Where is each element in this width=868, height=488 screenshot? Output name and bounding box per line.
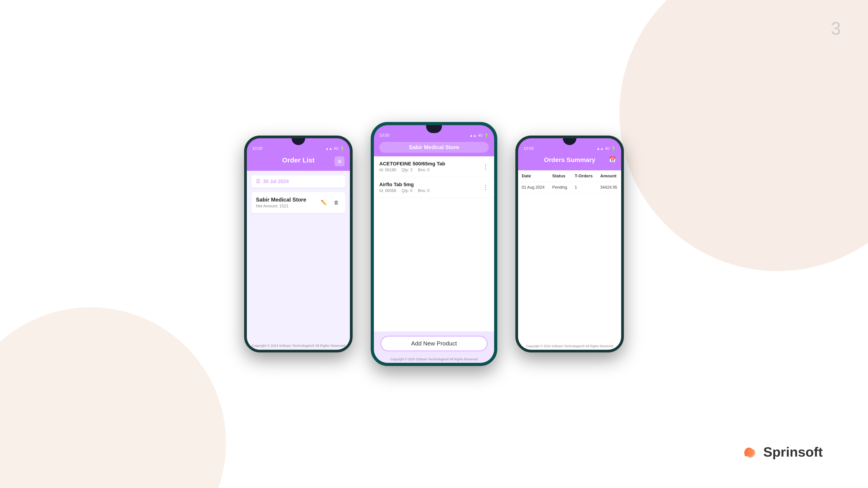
add-product-area: Add New Product	[374, 331, 494, 356]
product-item: Airflo Tab 5mg Id: 06068 Qty: 5 Bns: 0 ⋮	[374, 177, 494, 198]
phone-product-list: 10:00 ▲▲ 4G 🔋 Sabir Medical Store ACETOF…	[371, 122, 497, 366]
product-menu-icon[interactable]: ⋮	[483, 184, 489, 191]
product-info: ACETOFEINE 500/65mg Tab Id: 06180 Qty: 2…	[379, 161, 445, 172]
col-torders: T-Orders	[571, 170, 597, 182]
calendar-icon[interactable]: 📅	[609, 156, 616, 163]
order-card-actions: ✏️ 🗑	[319, 198, 341, 207]
summary-thead: Date Status T-Orders Amount	[518, 170, 621, 182]
product-info: Airflo Tab 5mg Id: 06068 Qty: 5 Bns: 0	[379, 182, 430, 193]
page-number: 3	[831, 18, 841, 39]
phone2-copyright: Copyright © 2024 Softsam Technologies® A…	[374, 356, 494, 363]
bg-decoration-left	[0, 307, 226, 488]
phone2-status-icons: ▲▲ 4G 🔋	[469, 133, 489, 138]
order-name: Sabir Medical Store	[256, 197, 306, 203]
col-status: Status	[549, 170, 571, 182]
logo-text: Sprinsoft	[763, 444, 823, 460]
sprinsoft-logo-icon	[741, 443, 759, 461]
date-filter-text: 30 Jul 2024	[263, 178, 289, 184]
col-date: Date	[518, 170, 549, 182]
phone3-screen: Orders Summary 📅 Date Status T-Orders Am…	[518, 153, 621, 350]
product-id: Id: 06068	[379, 188, 396, 193]
add-new-product-button[interactable]: Add New Product	[381, 336, 487, 351]
summary-table: Date Status T-Orders Amount 01 Aug 2024 …	[518, 170, 621, 193]
table-header-row: Date Status T-Orders Amount	[518, 170, 621, 182]
product-menu-icon[interactable]: ⋮	[483, 163, 489, 170]
row-torders: 1	[571, 182, 597, 193]
product-name: ACETOFEINE 500/65mg Tab	[379, 161, 445, 167]
bg-decoration-right	[619, 0, 868, 271]
summary-body: Date Status T-Orders Amount 01 Aug 2024 …	[518, 170, 621, 343]
product-bns: Bns: 0	[418, 188, 430, 193]
phone-orders-summary: 10:00 ▲▲ 4G 🔋 Orders Summary 📅 Date	[515, 135, 624, 352]
product-list: ACETOFEINE 500/65mg Tab Id: 06180 Qty: 2…	[374, 156, 494, 244]
phones-container: 10:00 ▲▲ 4G 🔋 Order List ⊞ ☰ 30 Jul 2	[244, 122, 624, 366]
store-name-button[interactable]: Sabir Medical Store	[379, 142, 489, 153]
product-item: ACETOFEINE 500/65mg Tab Id: 06180 Qty: 2…	[374, 156, 494, 177]
phone1-header-icon[interactable]: ⊞	[335, 156, 344, 166]
product-meta: Id: 06068 Qty: 5 Bns: 0	[379, 188, 430, 193]
phone3-copyright: Copyright © 2024 Softsam Technologies® A…	[518, 343, 621, 350]
phone3-time: 10:00	[524, 146, 534, 151]
phone1-header: Order List ⊞	[247, 153, 350, 171]
row-date: 01 Aug 2024	[518, 182, 549, 193]
product-meta: Id: 06180 Qty: 2 Bns: 0	[379, 168, 445, 172]
phone3-status-icons: ▲▲ 4G 🔋	[596, 147, 616, 151]
empty-space	[374, 244, 494, 332]
phone2-header: Sabir Medical Store	[374, 140, 494, 156]
product-qty: Qty: 5	[402, 188, 412, 193]
phone1-time: 10:00	[252, 146, 262, 151]
delete-button[interactable]: 🗑	[332, 198, 341, 207]
product-qty: Qty: 2	[402, 168, 412, 172]
row-status: Pending	[549, 182, 571, 193]
phone1-copyright: Copyright © 2024 Softsam Technologies® A…	[247, 341, 350, 350]
order-card-info: Sabir Medical Store Net Amount: 1521	[256, 197, 306, 208]
order-amount: Net Amount: 1521	[256, 204, 306, 208]
table-row: 01 Aug 2024 Pending 1 34424.95	[518, 182, 621, 193]
filter-icon: ☰	[256, 178, 260, 184]
product-bns: Bns: 0	[418, 168, 430, 172]
phone2-screen: Sabir Medical Store ACETOFEINE 500/65mg …	[374, 140, 494, 363]
order-card: Sabir Medical Store Net Amount: 1521 ✏️ …	[251, 192, 345, 213]
phone-order-list: 10:00 ▲▲ 4G 🔋 Order List ⊞ ☰ 30 Jul 2	[244, 135, 352, 352]
row-amount: 34424.95	[596, 182, 621, 193]
phone1-body: ☰ 30 Jul 2024 Sabir Medical Store Net Am…	[247, 171, 350, 341]
summary-tbody: 01 Aug 2024 Pending 1 34424.95	[518, 182, 621, 193]
date-filter[interactable]: ☰ 30 Jul 2024	[251, 175, 345, 188]
phone1-title: Order List	[282, 156, 314, 164]
phone2-time: 10:00	[379, 133, 390, 138]
phone1-status-icons: ▲▲ 4G 🔋	[325, 147, 344, 151]
edit-button[interactable]: ✏️	[319, 198, 328, 207]
col-amount: Amount	[596, 170, 621, 182]
logo-area: Sprinsoft	[741, 443, 823, 461]
phone1-screen: Order List ⊞ ☰ 30 Jul 2024 Sabir Medical…	[247, 153, 350, 350]
product-name: Airflo Tab 5mg	[379, 182, 430, 188]
product-id: Id: 06180	[379, 168, 396, 172]
phone3-header: Orders Summary 📅	[518, 153, 621, 170]
phone3-title: Orders Summary	[544, 156, 595, 164]
